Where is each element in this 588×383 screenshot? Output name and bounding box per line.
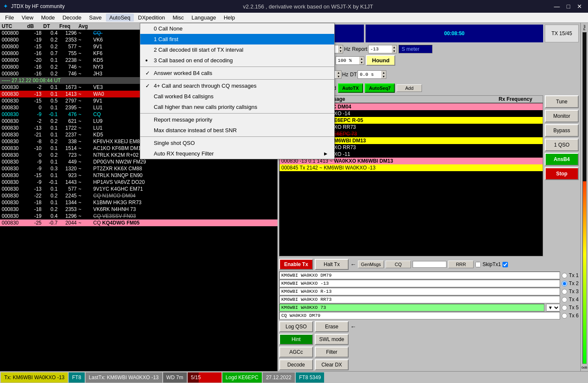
enable-tx-button[interactable]: Enable Tx (279, 259, 313, 270)
tx3-input[interactable] (279, 288, 560, 295)
log-row[interactable]: 000830-190.41296~CQ VE3SSV FN03 (0, 213, 277, 219)
dropdown-answer-worked[interactable]: Answer worked B4 calls (140, 68, 334, 78)
close-button[interactable]: ✕ (574, 2, 585, 11)
report-down[interactable]: ▼ (392, 49, 397, 53)
dropdown-single-shot[interactable]: Single shot QSO (140, 138, 334, 148)
tx1-radio[interactable] (562, 273, 567, 278)
stop-button[interactable]: Stop (545, 167, 579, 180)
log-row[interactable]: 000830-9-0.11443~HP1AVS VA6VZ DO20 (0, 179, 277, 186)
dropdown-auto-rx[interactable]: Auto RX frequency Filter ▶ (140, 148, 334, 159)
log-row[interactable]: 000830-220.22245~CQ N1MCO DM04 (0, 192, 277, 199)
autoseq-dropdown: 0 Call None 1 Call first 2 Call decoded … (140, 23, 335, 159)
tx2-radio[interactable] (562, 281, 567, 286)
dt-input[interactable] (358, 72, 381, 78)
monitor-button[interactable]: Monitor (545, 110, 579, 122)
dropdown-call-based-end[interactable]: 3 Call based on end of decoding (140, 55, 334, 66)
menu-view[interactable]: View (18, 14, 37, 22)
minimize-button[interactable]: — (552, 2, 563, 11)
dt-up[interactable]: ▲ (381, 71, 386, 75)
qso-button[interactable]: 1 QSO (545, 139, 579, 151)
halt-tx-button[interactable]: Halt Tx (315, 259, 349, 270)
hint-button[interactable]: Hint (279, 334, 313, 345)
genmsgs-button[interactable]: GenMsgs (358, 261, 384, 268)
arrow-left-icon[interactable]: ← (350, 261, 356, 268)
report-up[interactable]: ▲ (392, 45, 397, 49)
tune-button[interactable]: Tune (545, 95, 579, 108)
title-bar-left: ✦ JTDX by HF community (3, 3, 65, 9)
status-mode-freq-label: FT8 5349 (299, 375, 321, 380)
dropdown-call-worked-b4[interactable]: Call worked B4 callsigns (140, 91, 334, 102)
swl-mode-button[interactable]: SWL mode (315, 334, 349, 345)
tx4-radio[interactable] (562, 297, 567, 303)
log-row[interactable]: 000830-180.11344~K1BMW HK3G RR73 (0, 199, 277, 206)
autotx-button[interactable]: AutoTX (338, 83, 363, 93)
tx6-radio[interactable] (562, 313, 567, 319)
menu-autoseq[interactable]: AutoSeq (106, 14, 134, 22)
log-qso-button[interactable]: Log QSO (279, 321, 313, 332)
dropdown-call-decoded[interactable]: 2 Call decoded till start of TX interval (140, 44, 334, 55)
dropdown-report-msg[interactable]: Report message priority (140, 114, 334, 125)
dt-down[interactable]: ▼ (381, 75, 386, 78)
decode-button[interactable]: Decode (279, 359, 313, 370)
tx5-radio[interactable] (562, 305, 567, 311)
cq-button[interactable]: CQ (386, 261, 411, 268)
log-row[interactable]: 000830-180.22353~VK6RK N4HNH 73 (0, 206, 277, 213)
agcc-button[interactable]: AGCc (279, 347, 313, 358)
hound-button[interactable]: Hound (366, 55, 395, 66)
tx6-input[interactable] (279, 312, 560, 319)
tx5-input[interactable] (279, 304, 544, 311)
title-bar-version: v2.2.156 , derivative work based on WSJT… (243, 3, 373, 10)
dt-control: DT ▲ ▼ (350, 70, 386, 79)
rx-freq-up[interactable]: ▲ (336, 71, 341, 75)
arrow-left-2-icon[interactable]: ← (350, 323, 356, 330)
dt-spinbox[interactable]: ▲ ▼ (358, 70, 386, 79)
menu-dxpedition[interactable]: DXpedition (135, 14, 169, 22)
dropdown-call-higher[interactable]: Call higher than new calls priority call… (140, 102, 334, 112)
menu-file[interactable]: File (2, 14, 17, 22)
menu-mode[interactable]: Mode (38, 14, 58, 22)
skiptx1-check2[interactable] (502, 262, 508, 267)
bypass-button[interactable]: Bypass (545, 124, 579, 137)
tx-freq-up[interactable]: ▲ (338, 45, 343, 49)
skiptx1-checkbox[interactable] (475, 262, 481, 267)
cl-up[interactable]: ▲ (359, 57, 364, 61)
tx1-input[interactable] (279, 272, 560, 279)
clear-dx-button[interactable]: Clear DX (315, 359, 349, 370)
ansb4-button[interactable]: AnsB4 (545, 153, 579, 166)
dropdown-call-4plus[interactable]: 4+ Call and search through CQ messages (140, 80, 334, 91)
dropdown-call-none[interactable]: 0 Call None (140, 23, 334, 34)
tx4-input[interactable] (279, 296, 560, 303)
rrr-button[interactable]: RRR (448, 261, 474, 268)
log-row-pink[interactable]: 000830-25-0.72044~CQ KQ4DWG FM05 (0, 219, 277, 226)
tx2-input[interactable] (279, 280, 560, 287)
menu-save[interactable]: Save (86, 14, 105, 22)
tx-line-3: Tx 3 (279, 288, 579, 295)
menu-decode[interactable]: Decode (59, 14, 85, 22)
filter-button[interactable]: Filter (315, 347, 349, 358)
cq-input[interactable] (413, 261, 447, 268)
action-buttons-row-4: Decode Clear DX (277, 358, 580, 371)
log-row[interactable]: 000830-130.1577~9V1YC K4GHC EM71 (0, 186, 277, 192)
autoseq-button[interactable]: AutoSeq7 (365, 83, 395, 93)
log-row[interactable]: 000830-90.1449~DP0GVN NW2W FM29 (0, 158, 277, 165)
tx3-radio[interactable] (562, 289, 567, 294)
menu-help[interactable]: Help (220, 14, 239, 22)
log-row[interactable]: 000830-90.31320~PT2ZXR KK6X CM88 (0, 165, 277, 172)
decode-row-tx[interactable]: 000845 Tx 2142 ~ KM6WBI WA0KXO -13 (280, 164, 543, 171)
tx5-dropdown[interactable]: ▼ (546, 304, 560, 311)
erase-button[interactable]: Erase (315, 321, 349, 332)
cl-input[interactable] (336, 58, 359, 64)
menu-language[interactable]: Language (188, 14, 219, 22)
add-button[interactable]: Add (397, 84, 422, 92)
report-input[interactable] (369, 46, 392, 52)
dropdown-max-distance[interactable]: Max distance instead of best SNR (140, 125, 334, 136)
maximize-button[interactable]: □ (564, 2, 573, 11)
dropdown-call-first[interactable]: 1 Call first (140, 34, 334, 44)
tx-freq-down[interactable]: ▼ (338, 49, 343, 53)
log-row[interactable]: 000830-150.1923~N7RLK N3NQP EN90 (0, 172, 277, 179)
rx-freq-down[interactable]: ▼ (336, 75, 341, 78)
cl-spinbox[interactable]: ▲ ▼ (336, 56, 364, 65)
report-spinbox[interactable]: ▲ ▼ (368, 45, 397, 53)
cl-down[interactable]: ▼ (359, 61, 364, 64)
menu-misc[interactable]: Misc (169, 14, 187, 22)
